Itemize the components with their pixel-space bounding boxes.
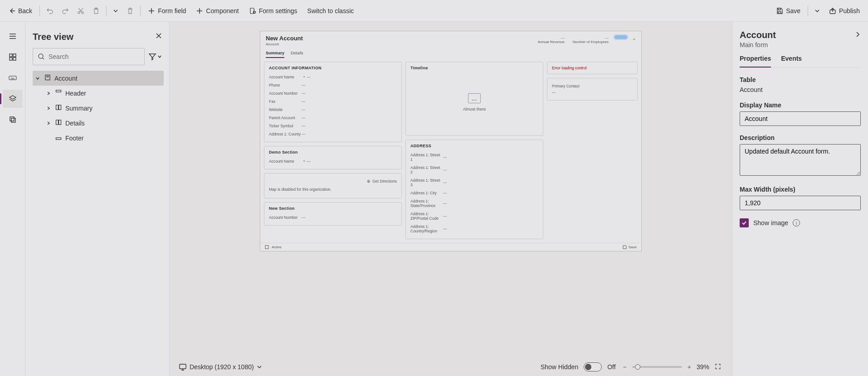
card-demo-section[interactable]: Demo Section Account Name*--- — [264, 146, 402, 169]
rail-fields[interactable]: Abc — [3, 69, 23, 87]
preview-header-chevron[interactable]: ⌄ — [632, 35, 636, 41]
back-button[interactable]: Back — [4, 5, 37, 17]
form-field-label: Form field — [158, 7, 186, 14]
zoom-in-button[interactable]: + — [686, 362, 693, 372]
preview-tab-details[interactable]: Details — [291, 51, 303, 58]
back-label: Back — [18, 7, 32, 14]
monitor-icon — [179, 363, 187, 371]
cut-icon — [77, 7, 84, 14]
svg-rect-14 — [11, 118, 15, 122]
fit-icon — [715, 363, 721, 370]
left-rail: Abc — [0, 22, 25, 376]
tree-title: Tree view — [33, 32, 154, 42]
card-account-info[interactable]: ACCOUNT INFORMATION Account Name*--- Pho… — [264, 62, 402, 142]
abc-icon: Abc — [8, 73, 17, 82]
tree-node-summary[interactable]: Summary — [33, 101, 164, 116]
timeline-placeholder-icon — [468, 93, 481, 103]
plus-icon — [196, 7, 203, 14]
form-icon — [44, 74, 51, 81]
prop-subtitle: Main form — [740, 41, 861, 48]
card-new-section[interactable]: New Section Account Number--- — [264, 202, 402, 226]
save-button[interactable]: Save — [771, 5, 805, 17]
tree-node-account[interactable]: Account — [33, 71, 164, 86]
rail-libraries[interactable] — [3, 111, 23, 129]
zoom-out-button[interactable]: − — [621, 362, 629, 372]
prop-description-label: Description — [740, 134, 861, 141]
hamburger-icon — [8, 32, 17, 41]
publish-button[interactable]: Publish — [824, 5, 864, 17]
form-settings-button[interactable]: Form settings — [244, 5, 302, 17]
tree-node-details[interactable]: Details — [33, 116, 164, 130]
svg-rect-7 — [10, 54, 12, 57]
rail-components[interactable] — [3, 48, 23, 66]
filter-icon — [148, 53, 156, 61]
form-field-button[interactable]: Form field — [143, 5, 190, 17]
tree-node-footer[interactable]: Footer — [33, 130, 164, 145]
card-error[interactable]: Error loading control — [547, 62, 638, 74]
properties-panel: Account Main form Properties Events Tabl… — [732, 22, 868, 376]
card-map[interactable]: ⊕Get Directions Map is disabled for this… — [264, 173, 402, 198]
prop-tab-properties[interactable]: Properties — [740, 55, 771, 67]
component-label: Component — [206, 7, 239, 14]
svg-rect-22 — [56, 138, 61, 140]
description-input[interactable] — [740, 144, 861, 176]
rail-tree-view[interactable] — [3, 90, 23, 108]
undo-button[interactable] — [43, 5, 57, 17]
cut-button[interactable] — [73, 5, 88, 17]
plus-icon — [148, 7, 155, 14]
search-input[interactable] — [49, 53, 140, 60]
info-icon[interactable]: i — [793, 219, 800, 227]
tree-close-button[interactable] — [154, 31, 164, 43]
svg-rect-13 — [10, 117, 14, 121]
svg-rect-9 — [10, 58, 12, 60]
preview-subtitle: Account — [266, 42, 538, 46]
viewport-selector[interactable]: Desktop (1920 x 1080) — [179, 363, 262, 371]
chevron-right-icon — [46, 106, 51, 111]
delete-icon — [127, 7, 134, 14]
card-primary-contact[interactable]: Primary Contact --- — [547, 78, 638, 101]
redo-button[interactable] — [58, 5, 73, 17]
check-icon — [741, 220, 747, 226]
display-name-input[interactable] — [740, 111, 861, 126]
prop-collapse-button[interactable] — [854, 31, 861, 39]
paste-button[interactable] — [89, 5, 103, 17]
preview-tab-summary[interactable]: Summary — [266, 51, 284, 58]
header-pill-blurred — [614, 35, 628, 39]
command-bar: Back Form field Component Form settings … — [0, 0, 868, 22]
tree-list: Account Header Summary Details Footer — [33, 71, 164, 145]
switch-classic-label: Switch to classic — [307, 7, 354, 14]
card-timeline[interactable]: Timeline Almost there — [405, 62, 543, 136]
max-width-input[interactable] — [740, 196, 861, 210]
tree-node-label: Footer — [65, 135, 83, 142]
switch-classic-button[interactable]: Switch to classic — [303, 5, 359, 17]
fit-button[interactable] — [713, 362, 723, 373]
rail-hamburger[interactable] — [3, 27, 23, 45]
prop-title: Account — [740, 30, 851, 40]
show-image-checkbox[interactable] — [740, 218, 749, 227]
hdr-field-rev: Annual Revenue — [538, 40, 565, 44]
tree-search-box[interactable] — [33, 48, 145, 65]
card-address[interactable]: ADDRESS Address 1: Street 1--- Address 1… — [405, 140, 543, 239]
tree-filter-button[interactable] — [146, 50, 164, 63]
chevron-right-icon — [46, 91, 51, 96]
form-preview[interactable]: New Account Account --- Annual Revenue -… — [260, 31, 642, 251]
redo-icon — [62, 7, 69, 14]
svg-rect-10 — [13, 58, 16, 60]
save-options-button[interactable] — [811, 5, 824, 16]
show-hidden-toggle[interactable] — [584, 362, 602, 371]
prop-tab-events[interactable]: Events — [781, 55, 802, 67]
svg-rect-19 — [59, 105, 61, 110]
tree-node-label: Summary — [65, 105, 93, 112]
save-icon — [623, 245, 627, 249]
component-button[interactable]: Component — [191, 5, 243, 17]
chevron-down-icon — [814, 8, 820, 14]
chevron-down-icon — [35, 76, 40, 81]
zoom-slider[interactable] — [632, 366, 682, 368]
prop-table-label: Table — [740, 76, 861, 83]
delete-button[interactable] — [123, 5, 137, 17]
paste-options-button[interactable] — [109, 5, 122, 16]
copy-icon — [8, 115, 17, 124]
tree-node-header[interactable]: Header — [33, 86, 164, 101]
prop-displayname-label: Display Name — [740, 101, 861, 109]
settings-doc-icon — [249, 7, 256, 14]
